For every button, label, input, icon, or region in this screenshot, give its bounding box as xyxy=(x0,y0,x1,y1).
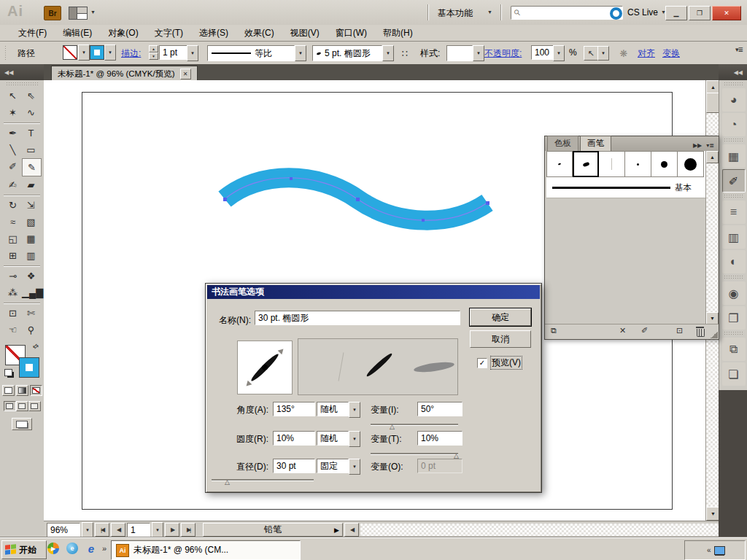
blob-brush-tool[interactable]: ✍ xyxy=(4,176,22,193)
diameter-slider-marker-icon[interactable]: △ xyxy=(225,479,230,485)
arrange-documents-icon[interactable] xyxy=(69,7,88,20)
menu-item[interactable]: 效果(C) xyxy=(236,26,282,41)
angle-variation-input[interactable] xyxy=(417,402,462,416)
blend-tool[interactable]: ❖ xyxy=(22,268,40,284)
stroke-panel-link[interactable]: 描边: xyxy=(121,47,141,60)
workspace-dropdown-icon[interactable]: ▼ xyxy=(487,9,493,15)
gradient-tool[interactable]: ▥ xyxy=(22,247,40,264)
menu-item[interactable]: 对象(O) xyxy=(100,26,146,41)
paintbrush-tool[interactable]: ✐ xyxy=(4,158,22,175)
select-similar-dropdown-icon[interactable] xyxy=(597,46,609,61)
panel-expand-icon[interactable]: ▶▶ xyxy=(693,142,702,149)
workspace-switcher[interactable]: 基本功能 xyxy=(438,7,473,20)
free-transform-tool[interactable]: ▧ xyxy=(22,214,40,230)
transparency-panel-button[interactable]: ◐ xyxy=(722,250,746,273)
ok-button[interactable]: 确定 xyxy=(470,308,531,326)
stroke-swatch[interactable] xyxy=(20,358,39,377)
menu-item[interactable]: 文件(F) xyxy=(10,26,55,41)
zoom-tool[interactable]: ⚲ xyxy=(22,322,40,338)
media-player-shortcut[interactable]: ▶ xyxy=(47,542,60,555)
restore-button[interactable]: ❐ xyxy=(689,6,711,20)
dock-expand-icon[interactable]: ◀◀ xyxy=(734,69,743,76)
delete-brush-icon[interactable] xyxy=(697,329,705,337)
width-profile-dropdown[interactable]: 等比 xyxy=(207,45,306,61)
graphic-styles-panel-button[interactable]: ❐ xyxy=(722,306,746,330)
menu-item[interactable]: 视图(V) xyxy=(282,26,328,41)
messenger-shortcut[interactable]: e xyxy=(66,542,79,555)
close-button[interactable]: ✕ xyxy=(712,6,741,20)
controlbar-grip[interactable] xyxy=(4,45,7,61)
brush-definition-dropdown[interactable]: 5 pt. 椭圆形 xyxy=(312,45,394,61)
menu-item[interactable]: 选择(S) xyxy=(191,26,236,41)
angle-slider-marker-icon[interactable]: △ xyxy=(390,424,395,429)
bridge-button[interactable]: Br xyxy=(44,6,61,20)
layers-panel-button[interactable]: ⧉ xyxy=(722,338,746,361)
hscroll-left-icon[interactable]: ◀ xyxy=(344,523,359,537)
diameter-mode-dropdown[interactable]: 固定 xyxy=(317,459,360,473)
panel-resize-grip[interactable] xyxy=(711,331,718,338)
brush-dropdown-icon[interactable] xyxy=(382,45,394,61)
line-segment-tool[interactable]: ╲ xyxy=(4,141,22,158)
brush-item-10pt-round[interactable] xyxy=(651,151,678,177)
roundness-mode-dropdown[interactable]: 随机 xyxy=(317,431,360,446)
network-icon[interactable] xyxy=(714,546,725,555)
artboard-dropdown-icon[interactable] xyxy=(152,522,163,538)
stroke-dropdown-icon[interactable] xyxy=(104,44,116,61)
pen-tool[interactable]: ✒ xyxy=(4,125,22,141)
draw-normal-button[interactable] xyxy=(4,401,16,411)
prev-artboard-button[interactable]: ◀ xyxy=(111,523,125,537)
eraser-tool[interactable]: ▰ xyxy=(22,176,40,193)
brush-item-20pt-round[interactable] xyxy=(678,151,704,177)
scroll-down-icon[interactable]: ▼ xyxy=(706,507,719,521)
mesh-tool[interactable]: ⊞ xyxy=(4,247,22,264)
opacity-dropdown-icon[interactable] xyxy=(553,45,565,61)
opacity-value[interactable]: 100 xyxy=(531,45,556,60)
dock-grip[interactable] xyxy=(724,275,743,280)
direct-selection-tool[interactable]: ⇖ xyxy=(22,88,40,104)
roundness-variation-input[interactable] xyxy=(417,431,462,446)
dialog-titlebar[interactable]: 书法画笔选项 xyxy=(207,285,540,299)
style-dropdown-icon[interactable] xyxy=(473,45,484,61)
tools-collapse-icon[interactable]: ◀◀ xyxy=(4,69,13,76)
tools-panel-grip[interactable] xyxy=(6,82,38,86)
arrange-documents-dropdown-icon[interactable]: ▼ xyxy=(90,9,96,15)
illustrator-task-button[interactable]: Ai 未标题-1* @ 96% (CM... xyxy=(111,540,301,560)
type-tool[interactable]: T xyxy=(22,125,40,141)
fill-color-picker[interactable] xyxy=(63,44,90,61)
zoom-dropdown-icon[interactable] xyxy=(82,522,93,538)
angle-input[interactable] xyxy=(273,402,315,416)
diameter-input[interactable] xyxy=(273,459,315,473)
stroke-width-value[interactable]: 1 pt xyxy=(159,45,190,60)
magic-wand-tool[interactable]: ✶ xyxy=(4,104,22,121)
roundness-variation-slider[interactable] xyxy=(371,453,458,454)
stroke-color-picker[interactable] xyxy=(90,44,116,61)
opacity-panel-link[interactable]: 不透明度: xyxy=(484,47,522,60)
column-graph-tool[interactable]: ▁▄▇ xyxy=(22,284,40,301)
brushes-panel-button[interactable]: ✐ xyxy=(722,169,746,192)
selection-tool[interactable]: ↖ xyxy=(4,88,22,104)
dock-grip[interactable] xyxy=(724,138,743,143)
tools-panel-header[interactable]: ◀◀ xyxy=(0,64,44,80)
start-button[interactable]: 开始 xyxy=(1,540,47,559)
select-similar-button[interactable]: ↖ xyxy=(584,46,598,61)
brushes-scroll-down-icon[interactable]: ▼ xyxy=(706,312,719,324)
angle-mode-dropdown[interactable]: 随机 xyxy=(317,402,360,416)
tray-collapse-icon[interactable]: « xyxy=(707,546,711,554)
recolor-artwork-icon[interactable]: ∷ xyxy=(398,47,411,60)
vertical-scroll-thumb[interactable] xyxy=(706,93,719,113)
selected-object-options-icon[interactable]: ✐ xyxy=(641,326,648,335)
diameter-mode-arrow-icon[interactable] xyxy=(349,459,360,475)
horizontal-scrollbar[interactable] xyxy=(360,524,720,536)
minimize-button[interactable]: ▁ xyxy=(665,6,687,20)
menu-item[interactable]: 帮助(H) xyxy=(375,26,421,41)
brush-item-flat[interactable] xyxy=(599,151,625,177)
artboards-panel-button[interactable]: ❏ xyxy=(722,362,746,386)
brush-name-input[interactable] xyxy=(255,311,460,325)
align-panel-link[interactable]: 对齐 xyxy=(638,47,655,60)
fill-dropdown-icon[interactable] xyxy=(78,44,90,61)
gradient-panel-button[interactable]: ▥ xyxy=(722,225,746,249)
slice-tool[interactable]: ✄ xyxy=(22,305,40,322)
color-button[interactable] xyxy=(2,385,15,396)
draw-inside-button[interactable] xyxy=(28,401,41,411)
eyedropper-tool[interactable]: ⊸ xyxy=(4,268,22,284)
